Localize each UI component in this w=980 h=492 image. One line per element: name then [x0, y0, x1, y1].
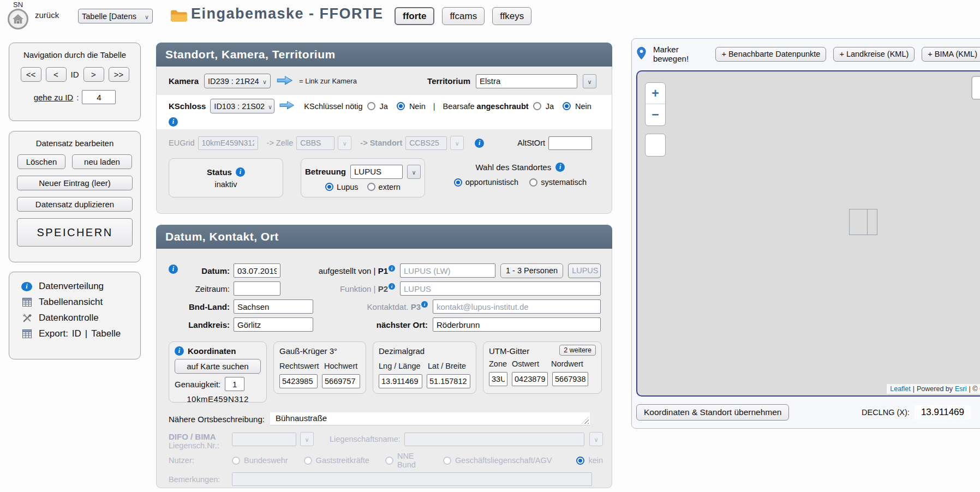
wahl-opportunistisch-radio[interactable]	[454, 178, 462, 187]
marker-hint-label: Marker bewegen!	[653, 45, 708, 63]
nutzer-kein-radio[interactable]	[576, 457, 584, 465]
info-icon[interactable]: i	[555, 163, 565, 172]
info-icon[interactable]: i	[389, 283, 395, 290]
map-layers-control[interactable]	[971, 76, 980, 100]
p1-input[interactable]	[400, 263, 495, 278]
last-record-button[interactable]: >>	[109, 67, 129, 82]
eugrid-label: EUGrid	[169, 139, 195, 147]
bundesland-label: Bnd-Land:	[182, 302, 230, 311]
save-button[interactable]: SPEICHERN	[17, 218, 133, 247]
territorium-dropdown-button[interactable]	[583, 74, 596, 88]
kamera-select[interactable]: ID239 : 21R24	[204, 74, 271, 88]
map-control-box[interactable]	[645, 134, 666, 157]
logo-sn-label: SN	[4, 1, 32, 9]
neighbor-points-button[interactable]: + Benachbarte Datenpunkte	[715, 47, 826, 62]
p3-label: Kontaktdat. P3i	[313, 302, 428, 311]
zoom-out-button[interactable]: −	[646, 104, 665, 125]
app-tab-ffkeys[interactable]: ffkeys	[492, 7, 531, 25]
info-icon[interactable]: i	[169, 265, 178, 274]
info-icon[interactable]: i	[421, 301, 428, 308]
tools-icon	[21, 314, 32, 322]
duplicate-button[interactable]: Datensatz duplizieren	[17, 197, 133, 212]
app-tab-ffcams[interactable]: ffcams	[442, 7, 485, 25]
info-icon[interactable]: i	[389, 265, 395, 272]
reload-button[interactable]: neu laden	[72, 154, 132, 169]
map-tile-outline	[849, 209, 877, 235]
table-select[interactable]: Tabelle [Datens	[78, 9, 153, 23]
zone-input[interactable]	[489, 372, 507, 386]
map-canvas[interactable]: + − Leaflet | Powered by Esri | © C	[636, 70, 980, 397]
ostwert-input[interactable]	[512, 372, 548, 386]
nordwert-input[interactable]	[552, 372, 588, 386]
wahl-systematisch-radio[interactable]	[529, 178, 537, 187]
home-button[interactable]: SN	[4, 1, 32, 30]
hochwert-input[interactable]	[322, 374, 360, 388]
zone-label: Zone	[489, 359, 506, 368]
kschloss-link-arrow-icon[interactable]	[279, 100, 295, 112]
first-record-button[interactable]: <<	[21, 67, 41, 82]
link-datenkontrolle[interactable]: Datenkontrolle	[39, 313, 99, 323]
altstort-label: AltStOrt	[517, 139, 545, 147]
chevron-down-icon	[411, 167, 416, 176]
territorium-input[interactable]	[476, 74, 577, 88]
apply-coordinates-button[interactable]: Koordinaten & Standort übernehmen	[636, 404, 789, 421]
bearsafe-ja-radio[interactable]	[533, 102, 541, 110]
new-entry-button[interactable]: Neuer Eintrag (leer)	[17, 176, 133, 190]
lng-input[interactable]	[379, 374, 422, 388]
p1-select[interactable]: LUPUS (LW	[568, 263, 601, 278]
bemerkungen-label: Bemerkungen:	[169, 475, 232, 484]
info-icon[interactable]: i	[175, 346, 184, 356]
ortsbeschreibung-textarea[interactable]: Bühnaustraße	[270, 412, 590, 425]
prev-record-button[interactable]: <	[46, 67, 67, 82]
zeitraum-input[interactable]	[234, 281, 280, 296]
betreuung-input[interactable]	[350, 165, 403, 179]
back-link[interactable]: zurück	[35, 10, 59, 20]
kschluessel-ja-radio[interactable]	[367, 102, 375, 110]
info-icon[interactable]: i	[169, 117, 178, 127]
naechster-ort-input[interactable]	[433, 317, 601, 332]
zoom-in-button[interactable]: +	[646, 83, 665, 104]
liegensch-nr-label: Liegensch.Nr.:	[169, 441, 232, 450]
info-icon[interactable]: i	[475, 139, 484, 148]
landkreis-input[interactable]	[234, 317, 313, 332]
esri-link[interactable]: Esri	[955, 385, 967, 393]
bearsafe-nein-radio[interactable]	[563, 102, 571, 110]
genauigkeit-input[interactable]	[225, 377, 244, 391]
resize-handle-icon[interactable]	[582, 417, 589, 424]
declng-label: DECLNG (X):	[862, 408, 910, 417]
camera-link-arrow-icon[interactable]	[276, 75, 294, 87]
personen-button[interactable]: 1 - 3 Personen	[500, 263, 563, 278]
leaflet-link[interactable]: Leaflet	[890, 385, 911, 393]
export-id-link[interactable]: ID	[72, 328, 81, 339]
p2-input[interactable]	[400, 281, 601, 296]
home-icon[interactable]	[8, 9, 28, 29]
goto-id-link[interactable]: gehe zu ID	[34, 93, 74, 102]
lat-input[interactable]	[427, 374, 470, 388]
betreuung-extern-radio[interactable]	[367, 183, 375, 191]
export-table-link[interactable]: Tabelle	[91, 328, 121, 339]
kamera-link-hint: = Link zur Kamera	[299, 77, 357, 85]
kschluessel-nein-radio[interactable]	[397, 102, 405, 110]
p3-input[interactable]	[433, 299, 601, 314]
more-coords-button[interactable]: 2 weitere	[559, 345, 596, 356]
liegenschaftsname-dropdown-button	[589, 432, 603, 446]
altstort-input[interactable]	[548, 136, 592, 150]
export-label: Export:	[39, 328, 68, 339]
link-tabellenansicht[interactable]: Tabellenansicht	[39, 297, 103, 308]
link-datenverteilung[interactable]: Datenverteilung	[39, 281, 104, 292]
next-record-button[interactable]: >	[83, 67, 104, 82]
datum-input[interactable]	[234, 263, 280, 278]
rechtswert-input[interactable]	[279, 374, 318, 388]
map-search-button[interactable]: auf Karte suchen	[175, 359, 261, 374]
bundesland-input[interactable]	[234, 299, 313, 314]
kschloss-select[interactable]: ID103 : 21S02	[210, 99, 274, 113]
landkreise-kml-button[interactable]: + Landkreise (KML)	[833, 47, 915, 62]
delete-button[interactable]: Löschen	[17, 154, 65, 169]
betreuung-lupus-radio[interactable]	[325, 183, 333, 191]
genauigkeit-label: Genauigkeit:	[175, 380, 220, 389]
betreuung-dropdown-button[interactable]	[407, 165, 421, 179]
app-tab-fforte[interactable]: fforte	[395, 7, 434, 25]
info-icon[interactable]: i	[236, 167, 245, 177]
bima-kml-button[interactable]: + BIMA (KML)	[922, 47, 980, 62]
goto-id-input[interactable]	[82, 90, 116, 104]
